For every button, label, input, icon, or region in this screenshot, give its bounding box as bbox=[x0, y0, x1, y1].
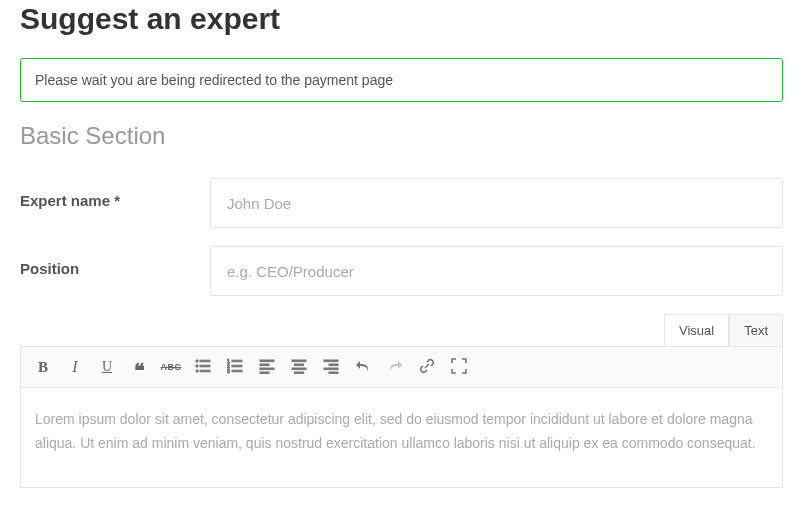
position-input[interactable] bbox=[210, 246, 783, 296]
expert-name-input[interactable] bbox=[210, 178, 783, 228]
editor-content[interactable]: Lorem ipsum dolor sit amet, consectetur … bbox=[20, 388, 783, 488]
redirect-alert: Please wait you are being redirected to … bbox=[20, 58, 783, 102]
svg-rect-1 bbox=[200, 360, 210, 362]
svg-rect-18 bbox=[292, 368, 306, 370]
align-center-icon bbox=[291, 358, 307, 377]
svg-point-2 bbox=[196, 364, 198, 366]
align-right-button[interactable] bbox=[317, 353, 345, 381]
page-title: Suggest an expert bbox=[20, 2, 783, 36]
position-row: Position bbox=[20, 246, 783, 296]
strikethrough-button[interactable]: ABC bbox=[157, 353, 185, 381]
fullscreen-icon bbox=[451, 358, 467, 377]
svg-text:3: 3 bbox=[227, 368, 230, 374]
svg-rect-12 bbox=[260, 360, 274, 362]
align-left-icon bbox=[259, 358, 275, 377]
align-center-button[interactable] bbox=[285, 353, 313, 381]
svg-point-0 bbox=[196, 359, 198, 361]
svg-rect-15 bbox=[260, 372, 269, 374]
italic-button[interactable]: I bbox=[61, 353, 89, 381]
section-title: Basic Section bbox=[20, 122, 783, 150]
svg-rect-19 bbox=[295, 372, 304, 374]
fullscreen-button[interactable] bbox=[445, 353, 473, 381]
redo-icon bbox=[387, 358, 403, 377]
svg-rect-23 bbox=[329, 372, 338, 374]
svg-rect-21 bbox=[329, 364, 338, 366]
expert-name-row: Expert name * bbox=[20, 178, 783, 228]
svg-rect-5 bbox=[200, 370, 210, 372]
svg-rect-9 bbox=[232, 365, 242, 367]
svg-rect-3 bbox=[200, 365, 210, 367]
svg-rect-16 bbox=[292, 360, 306, 362]
undo-icon bbox=[355, 358, 371, 377]
align-left-button[interactable] bbox=[253, 353, 281, 381]
align-right-icon bbox=[323, 358, 339, 377]
svg-rect-11 bbox=[232, 370, 242, 372]
undo-button[interactable] bbox=[349, 353, 377, 381]
editor-toolbar: B I U ❝ ABC 123 bbox=[20, 346, 783, 388]
underline-button[interactable]: U bbox=[93, 353, 121, 381]
link-icon bbox=[419, 358, 435, 377]
numbered-list-icon: 123 bbox=[227, 358, 243, 377]
expert-name-label: Expert name * bbox=[20, 178, 210, 209]
tab-text[interactable]: Text bbox=[729, 314, 783, 346]
link-button[interactable] bbox=[413, 353, 441, 381]
svg-rect-13 bbox=[260, 364, 269, 366]
svg-rect-14 bbox=[260, 368, 274, 370]
position-label: Position bbox=[20, 246, 210, 277]
svg-rect-7 bbox=[232, 360, 242, 362]
svg-rect-17 bbox=[295, 364, 304, 366]
tab-visual[interactable]: Visual bbox=[664, 314, 729, 346]
svg-rect-20 bbox=[324, 360, 338, 362]
bullet-list-icon bbox=[195, 358, 211, 377]
redo-button[interactable] bbox=[381, 353, 409, 381]
svg-rect-22 bbox=[324, 368, 338, 370]
editor-tabs: Visual Text bbox=[20, 314, 783, 346]
svg-point-4 bbox=[196, 369, 198, 371]
numbered-list-button[interactable]: 123 bbox=[221, 353, 249, 381]
bold-button[interactable]: B bbox=[29, 353, 57, 381]
blockquote-button[interactable]: ❝ bbox=[125, 357, 153, 385]
bullet-list-button[interactable] bbox=[189, 353, 217, 381]
